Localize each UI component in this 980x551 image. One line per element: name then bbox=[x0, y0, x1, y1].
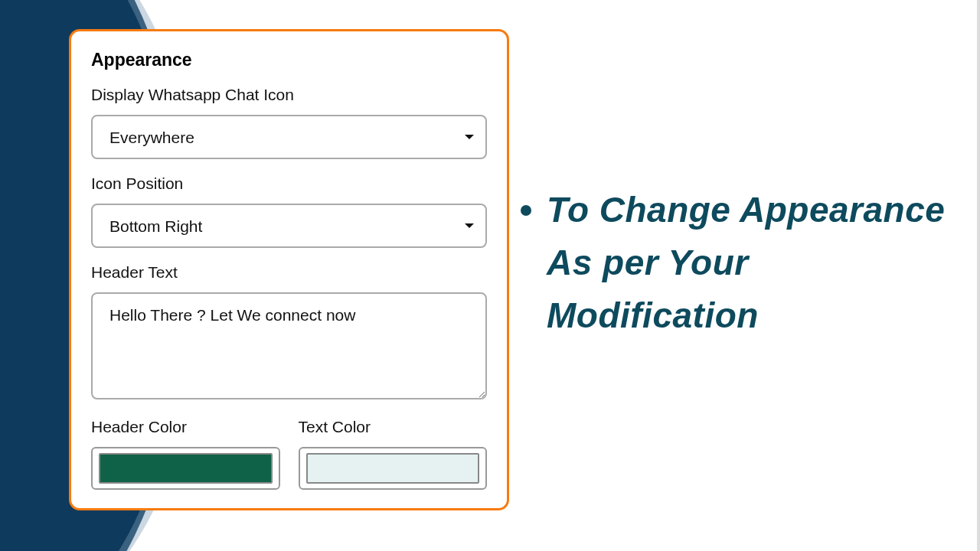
header-color-group: Header Color bbox=[91, 418, 280, 490]
text-color-group: Text Color bbox=[299, 418, 488, 490]
bullet-icon bbox=[521, 205, 531, 216]
info-panel: To Change Appearance As per Your Modific… bbox=[521, 184, 949, 342]
bullet-item: To Change Appearance As per Your Modific… bbox=[521, 184, 949, 342]
icon-position-select[interactable]: Bottom Right bbox=[91, 204, 487, 248]
header-text-label: Header Text bbox=[91, 263, 487, 282]
header-color-picker[interactable] bbox=[91, 447, 280, 490]
icon-position-select-wrapper: Bottom Right bbox=[91, 204, 487, 248]
icon-position-label: Icon Position bbox=[91, 174, 487, 193]
appearance-panel: Appearance Display Whatsapp Chat Icon Ev… bbox=[69, 29, 509, 510]
panel-title: Appearance bbox=[91, 50, 487, 70]
color-row: Header Color Text Color bbox=[91, 418, 487, 490]
text-color-label: Text Color bbox=[299, 418, 488, 436]
header-color-label: Header Color bbox=[91, 418, 280, 436]
icon-position-field-group: Icon Position Bottom Right bbox=[91, 174, 487, 248]
bullet-list: To Change Appearance As per Your Modific… bbox=[521, 184, 949, 342]
header-text-textarea[interactable] bbox=[91, 292, 487, 399]
text-color-picker[interactable] bbox=[299, 447, 488, 490]
display-icon-select-wrapper: Everywhere bbox=[91, 115, 487, 159]
header-text-field-group: Header Text bbox=[91, 263, 487, 403]
header-color-swatch bbox=[99, 453, 273, 484]
bullet-text: To Change Appearance As per Your Modific… bbox=[547, 184, 949, 342]
display-icon-select[interactable]: Everywhere bbox=[91, 115, 487, 159]
display-icon-label: Display Whatsapp Chat Icon bbox=[91, 86, 487, 104]
content-wrapper: Appearance Display Whatsapp Chat Icon Ev… bbox=[0, 0, 980, 551]
display-icon-field-group: Display Whatsapp Chat Icon Everywhere bbox=[91, 86, 487, 159]
text-color-swatch bbox=[306, 453, 480, 484]
